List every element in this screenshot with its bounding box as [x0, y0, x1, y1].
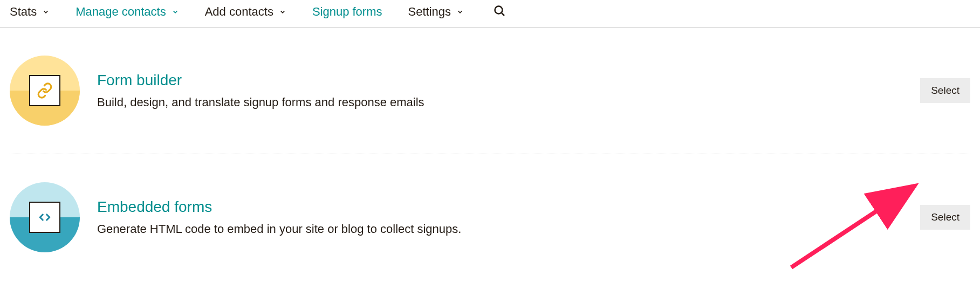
card-description: Generate HTML code to embed in your site… [97, 222, 903, 236]
nav-label: Manage contacts [76, 5, 166, 19]
nav-label: Signup forms [312, 5, 382, 19]
nav-item-signup-forms[interactable]: Signup forms [312, 5, 382, 19]
nav-label: Settings [408, 5, 451, 19]
card-icon-circle [10, 182, 80, 252]
chevron-down-icon [42, 8, 50, 16]
top-nav: Stats Manage contacts Add contacts Signu… [0, 0, 980, 27]
search-button[interactable] [493, 4, 506, 19]
card-form-builder: Form builder Build, design, and translat… [10, 27, 970, 154]
link-icon [37, 82, 53, 99]
select-button-form-builder[interactable]: Select [920, 78, 970, 103]
card-text: Form builder Build, design, and translat… [97, 72, 903, 109]
nav-item-settings[interactable]: Settings [408, 5, 464, 19]
search-icon [493, 4, 506, 17]
card-icon-circle [10, 56, 80, 126]
content-area: Form builder Build, design, and translat… [0, 27, 980, 280]
svg-point-0 [495, 6, 503, 14]
card-description: Build, design, and translate signup form… [97, 95, 903, 109]
card-title[interactable]: Embedded forms [97, 198, 903, 216]
chevron-down-icon [279, 8, 286, 16]
nav-item-stats[interactable]: Stats [10, 5, 50, 19]
card-icon-square [29, 202, 60, 233]
chevron-down-icon [456, 8, 464, 16]
card-text: Embedded forms Generate HTML code to emb… [97, 198, 903, 236]
card-embedded-forms: Embedded forms Generate HTML code to emb… [10, 154, 970, 280]
code-icon [37, 209, 53, 225]
nav-item-manage-contacts[interactable]: Manage contacts [76, 5, 179, 19]
nav-item-add-contacts[interactable]: Add contacts [205, 5, 286, 19]
nav-label: Add contacts [205, 5, 273, 19]
chevron-down-icon [172, 8, 179, 16]
select-button-embedded-forms[interactable]: Select [920, 205, 970, 230]
card-title[interactable]: Form builder [97, 72, 903, 89]
nav-label: Stats [10, 5, 37, 19]
card-icon-square [29, 75, 60, 106]
svg-line-1 [502, 13, 504, 16]
